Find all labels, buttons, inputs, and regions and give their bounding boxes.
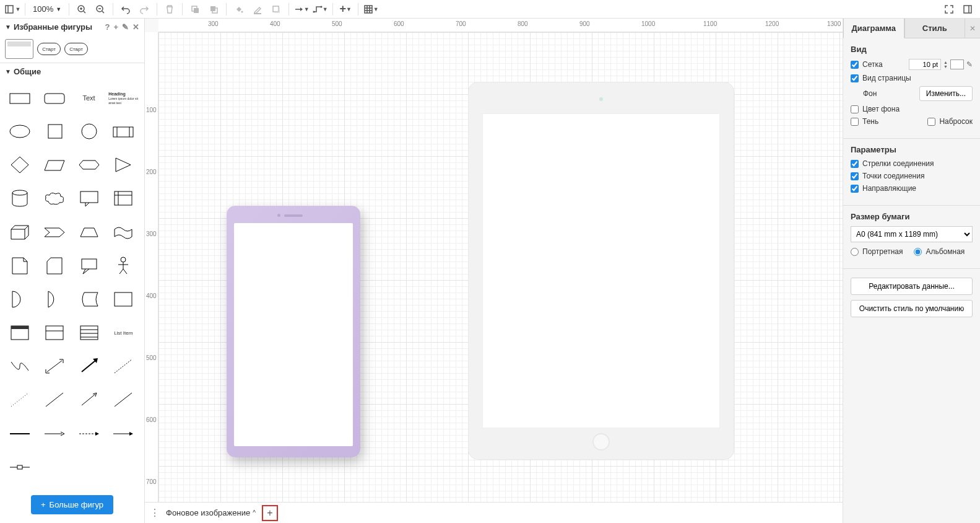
to-front-button[interactable] [186, 1, 204, 17]
shape-cube[interactable] [5, 219, 35, 245]
shape-connector1[interactable] [5, 421, 35, 447]
pages-menu-icon[interactable]: ⋮ [150, 507, 160, 519]
page-view-checkbox[interactable]: Вид страницы [851, 74, 911, 82]
tab-diagram[interactable]: Диаграмма [843, 19, 904, 38]
shape-parallelogram[interactable] [40, 152, 69, 178]
shape-dashed[interactable] [108, 353, 138, 379]
general-header[interactable]: ▼ Общие [0, 63, 144, 80]
undo-button[interactable] [117, 1, 134, 17]
insert-button[interactable]: +▼ [337, 1, 354, 17]
help-icon[interactable]: ? [105, 22, 110, 32]
edit-data-button[interactable]: Редактировать данные... [851, 278, 973, 295]
shape-dotted-line[interactable] [5, 387, 35, 413]
shape-square[interactable] [40, 118, 69, 144]
shape-list-window[interactable] [5, 320, 35, 346]
tab-style[interactable]: Стиль [904, 19, 966, 38]
shape-list2[interactable] [40, 320, 69, 346]
shape-arrow[interactable] [74, 353, 104, 379]
zoom-in-button[interactable] [73, 1, 90, 17]
shape-list3[interactable] [74, 320, 104, 346]
shape-connector2[interactable] [40, 421, 69, 447]
shape-link[interactable] [5, 454, 35, 480]
shape-card[interactable] [40, 253, 69, 279]
canvas[interactable] [158, 32, 843, 502]
shape-or[interactable] [40, 286, 69, 312]
fill-color-button[interactable] [230, 1, 248, 17]
connection-button[interactable]: ▼ [293, 1, 310, 17]
shape-tape[interactable] [108, 219, 138, 245]
shape-triangle[interactable] [108, 152, 138, 178]
change-bg-button[interactable]: Изменить... [919, 86, 973, 101]
edit-icon[interactable]: ✎ [966, 60, 973, 69]
grid-checkbox[interactable]: Сетка [851, 60, 883, 69]
shape-text[interactable]: Text [74, 85, 104, 111]
shape-arrow-line[interactable] [74, 387, 104, 413]
shape-connector3[interactable] [74, 421, 104, 447]
shape-hexagon[interactable] [74, 152, 104, 178]
shape-step[interactable] [40, 219, 69, 245]
view-menu-button[interactable]: ▼ [4, 1, 21, 17]
shape-connector4[interactable] [108, 421, 138, 447]
shape-start-pill[interactable]: Старт [64, 43, 88, 55]
shadow-checkbox[interactable]: Тень [851, 117, 878, 126]
zoom-out-button[interactable] [92, 1, 109, 17]
shape-internal-storage[interactable] [108, 185, 138, 211]
add-icon[interactable]: + [113, 22, 118, 32]
fullscreen-button[interactable] [940, 1, 958, 17]
clear-style-button[interactable]: Очистить стиль по умолчанию [851, 300, 973, 317]
conn-points-checkbox[interactable]: Точки соединения [851, 172, 924, 180]
zoom-dropdown[interactable]: 100%▼ [29, 4, 65, 14]
landscape-radio[interactable]: Альбомная [914, 247, 965, 256]
shape-cloud[interactable] [40, 185, 69, 211]
redo-button[interactable] [136, 1, 153, 17]
shape-line[interactable] [40, 387, 69, 413]
format-panel-button[interactable] [959, 1, 976, 17]
shape-callout[interactable] [74, 185, 104, 211]
shape-callout2[interactable] [74, 253, 104, 279]
shape-cylinder[interactable] [5, 185, 35, 211]
shape-diamond[interactable] [5, 152, 35, 178]
shape-and[interactable] [5, 286, 35, 312]
shape-arrow-bi[interactable] [40, 353, 69, 379]
shape-circle[interactable] [74, 118, 104, 144]
stepper-down-icon[interactable]: ▼ [943, 64, 948, 69]
close-icon[interactable]: ✕ [132, 22, 139, 32]
shape-trapezoid[interactable] [74, 219, 104, 245]
grid-size-input[interactable] [909, 59, 941, 70]
page-tab[interactable]: Фоновое изображение ^ [166, 508, 256, 517]
paper-size-select[interactable]: A0 (841 mm x 1189 mm) [851, 226, 973, 242]
table-button[interactable]: ▼ [362, 1, 379, 17]
shape-curve[interactable] [5, 353, 35, 379]
edit-icon[interactable]: ✎ [122, 22, 129, 32]
shape-data-storage[interactable] [74, 286, 104, 312]
shape-container[interactable] [108, 286, 138, 312]
add-page-button[interactable]: + [262, 505, 278, 521]
shape-list-item[interactable]: List Item [108, 320, 138, 346]
favorites-header[interactable]: ▼ Избранные фигуры ? + ✎ ✕ [0, 19, 144, 35]
sketch-checkbox[interactable]: Набросок [927, 117, 973, 126]
grid-color-swatch[interactable] [950, 59, 964, 69]
shape-note[interactable] [5, 253, 35, 279]
portrait-radio[interactable]: Портретная [851, 247, 903, 256]
conn-arrows-checkbox[interactable]: Стрелки соединения [851, 159, 934, 168]
guides-checkbox[interactable]: Направляющие [851, 184, 916, 193]
delete-button[interactable] [161, 1, 178, 17]
shape-mockup-window[interactable] [5, 39, 33, 59]
shape-start-pill[interactable]: Старт [37, 43, 61, 55]
waypoints-button[interactable]: ▼ [311, 1, 329, 17]
shape-rounded-rect[interactable] [40, 85, 69, 111]
line-color-button[interactable] [249, 1, 266, 17]
shape-rectangle[interactable] [5, 85, 35, 111]
more-shapes-button[interactable]: + Больше фигур [31, 495, 113, 514]
bg-color-checkbox[interactable]: Цвет фона [851, 105, 900, 113]
tablet-mockup[interactable] [468, 82, 734, 460]
shape-process[interactable] [108, 118, 138, 144]
close-panel-icon[interactable]: ✕ [965, 19, 980, 38]
shape-ellipse[interactable] [5, 118, 35, 144]
phone-mockup[interactable] [227, 206, 360, 457]
shape-heading[interactable]: HeadingLorem ipsum dolor sit amet text [108, 85, 138, 111]
shape-line2[interactable] [108, 387, 138, 413]
to-back-button[interactable] [205, 1, 222, 17]
stepper-up-icon[interactable]: ▲ [943, 60, 948, 64]
shape-actor[interactable] [108, 253, 138, 279]
